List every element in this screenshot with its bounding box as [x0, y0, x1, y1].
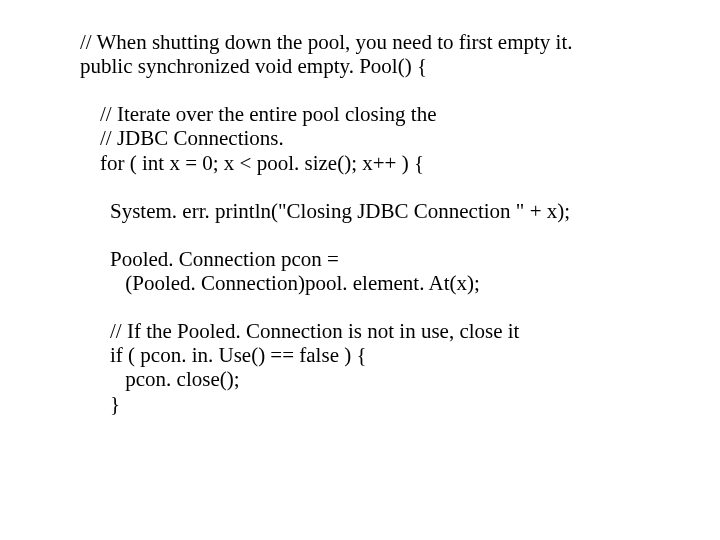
code-line: // JDBC Connections.	[80, 126, 720, 150]
code-line: // Iterate over the entire pool closing …	[80, 102, 720, 126]
code-line: if ( pcon. in. Use() == false ) {	[80, 343, 720, 367]
code-line: // If the Pooled. Connection is not in u…	[80, 319, 720, 343]
code-line: }	[80, 392, 720, 416]
blank-line	[80, 295, 720, 319]
blank-line	[80, 223, 720, 247]
code-line: pcon. close();	[80, 367, 720, 391]
blank-line	[80, 78, 720, 102]
code-line: for ( int x = 0; x < pool. size(); x++ )…	[80, 151, 720, 175]
code-line: public synchronized void empty. Pool() {	[80, 54, 720, 78]
code-line: (Pooled. Connection)pool. element. At(x)…	[80, 271, 720, 295]
blank-line	[80, 175, 720, 199]
code-slide: // When shutting down the pool, you need…	[0, 0, 720, 416]
code-line: // When shutting down the pool, you need…	[80, 30, 720, 54]
code-line: System. err. println("Closing JDBC Conne…	[80, 199, 720, 223]
code-line: Pooled. Connection pcon =	[80, 247, 720, 271]
